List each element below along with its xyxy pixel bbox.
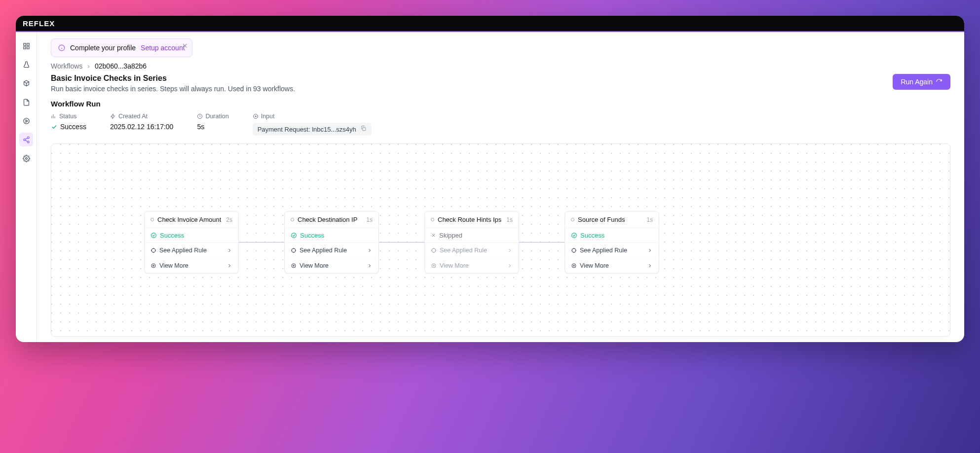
profile-alert: Complete your profile Setup account ✕: [51, 38, 192, 57]
svg-point-13: [151, 233, 156, 238]
status-value: Success: [60, 123, 86, 131]
node-title: Check Destination IP: [298, 216, 357, 223]
view-more-button[interactable]: View More: [145, 258, 238, 273]
close-icon[interactable]: ✕: [182, 42, 188, 50]
node-status: Success: [565, 228, 659, 243]
view-more-button: View More: [425, 258, 519, 273]
node-duration: 1s: [506, 216, 513, 223]
svg-point-17: [292, 248, 296, 252]
settings-icon[interactable]: [19, 151, 33, 165]
main-content: Complete your profile Setup account ✕ Wo…: [37, 32, 964, 342]
svg-point-14: [151, 248, 155, 252]
check-icon: [51, 124, 57, 130]
node-duration: 2s: [226, 216, 232, 223]
svg-point-4: [23, 118, 29, 123]
document-icon[interactable]: [19, 95, 33, 109]
app-body: Complete your profile Setup account ✕ Wo…: [16, 32, 964, 342]
topbar: REFLEX: [16, 16, 964, 32]
node-status: Skipped: [425, 228, 519, 243]
node-header: Check Destination IP1s: [285, 211, 378, 228]
lightning-icon: [110, 113, 116, 119]
bars-icon: [51, 113, 57, 119]
meta-created: Created At 2025.02.12 16:17:00: [110, 113, 173, 131]
breadcrumb-current: 02b060...3a82b6: [95, 62, 147, 70]
chevron-right-icon: ›: [87, 62, 90, 70]
node-dot-icon: [571, 218, 574, 221]
created-label: Created At: [118, 113, 148, 120]
setup-account-link[interactable]: Setup account: [141, 44, 185, 52]
node-duration: 1s: [366, 216, 373, 223]
dashboard-icon[interactable]: [19, 39, 33, 53]
alert-text: Complete your profile: [70, 44, 136, 52]
node-title: Check Route Hints Ips: [438, 216, 501, 223]
see-applied-rule-button[interactable]: See Applied Rule: [285, 243, 378, 258]
node-header: Source of Funds1s: [565, 211, 659, 228]
node-duration: 1s: [646, 216, 653, 223]
plus-circle-icon: [253, 113, 259, 119]
node-title: Check Invoice Amount: [157, 216, 221, 223]
svg-point-8: [25, 157, 27, 159]
workflow-node[interactable]: Check Route Hints Ips1sSkippedSee Applie…: [424, 211, 519, 274]
duration-value: 5s: [197, 123, 228, 131]
workflow-node[interactable]: Check Invoice Amount2sSuccessSee Applied…: [144, 211, 239, 274]
svg-rect-3: [27, 46, 29, 48]
breadcrumb-root[interactable]: Workflows: [51, 62, 82, 70]
workflow-canvas[interactable]: Check Invoice Amount2sSuccessSee Applied…: [51, 143, 950, 337]
node-dot-icon: [151, 218, 154, 221]
svg-point-7: [27, 141, 29, 143]
run-again-button[interactable]: Run Again: [893, 74, 950, 90]
node-connector: [379, 242, 424, 243]
svg-rect-1: [27, 43, 29, 45]
node-dot-icon: [291, 218, 294, 221]
node-connector: [519, 242, 565, 243]
cube-icon[interactable]: [19, 76, 33, 90]
meta-duration: Duration 5s: [197, 113, 228, 131]
meta-status: Status Success: [51, 113, 86, 131]
svg-point-22: [572, 248, 576, 252]
workflow-node[interactable]: Source of Funds1sSuccessSee Applied Rule…: [565, 211, 659, 274]
input-chip: Payment Request: lnbc15...szs4yh: [253, 123, 372, 136]
page-header: Basic Invoice Checks in Series Run basic…: [51, 74, 950, 93]
breadcrumb: Workflows › 02b060...3a82b6: [51, 62, 950, 70]
nodes-row: Check Invoice Amount2sSuccessSee Applied…: [144, 211, 659, 274]
node-connector: [239, 242, 284, 243]
info-icon: [58, 44, 65, 51]
node-title: Source of Funds: [578, 216, 625, 223]
sidebar: [16, 32, 37, 342]
node-status: Success: [285, 228, 378, 243]
run-again-label: Run Again: [901, 78, 933, 86]
svg-rect-12: [363, 128, 366, 131]
play-circle-icon[interactable]: [19, 114, 33, 128]
svg-point-6: [23, 139, 25, 140]
node-dot-icon: [431, 218, 434, 221]
svg-point-5: [27, 137, 29, 139]
page-description: Run basic invoice checks in series. Step…: [51, 85, 295, 93]
copy-icon[interactable]: [360, 125, 367, 133]
see-applied-rule-button: See Applied Rule: [425, 243, 519, 258]
workflow-node[interactable]: Check Destination IP1sSuccessSee Applied…: [284, 211, 379, 274]
page-title: Basic Invoice Checks in Series: [51, 74, 295, 83]
lab-icon[interactable]: [19, 58, 33, 71]
see-applied-rule-button[interactable]: See Applied Rule: [565, 243, 659, 258]
input-label: Input: [261, 113, 275, 120]
workflow-run-heading: Workflow Run: [51, 100, 950, 108]
brand-logo: REFLEX: [23, 19, 55, 28]
meta-input: Input Payment Request: lnbc15...szs4yh: [253, 113, 372, 136]
input-value: Payment Request: lnbc15...szs4yh: [258, 126, 356, 133]
app-window: REFLEX: [16, 16, 964, 342]
view-more-button[interactable]: View More: [285, 258, 378, 273]
created-value: 2025.02.12 16:17:00: [110, 123, 173, 131]
svg-point-16: [292, 233, 297, 238]
duration-label: Duration: [205, 113, 228, 120]
refresh-icon: [936, 78, 942, 85]
status-label: Status: [59, 113, 76, 120]
see-applied-rule-button[interactable]: See Applied Rule: [145, 243, 238, 258]
svg-point-21: [572, 233, 577, 238]
svg-rect-2: [23, 46, 25, 48]
run-meta: Status Success Created At 2025.02.12 16:…: [51, 113, 950, 136]
view-more-button[interactable]: View More: [565, 258, 659, 273]
share-icon[interactable]: [19, 133, 33, 146]
node-header: Check Invoice Amount2s: [145, 211, 238, 228]
node-header: Check Route Hints Ips1s: [425, 211, 519, 228]
clock-icon: [197, 113, 203, 119]
